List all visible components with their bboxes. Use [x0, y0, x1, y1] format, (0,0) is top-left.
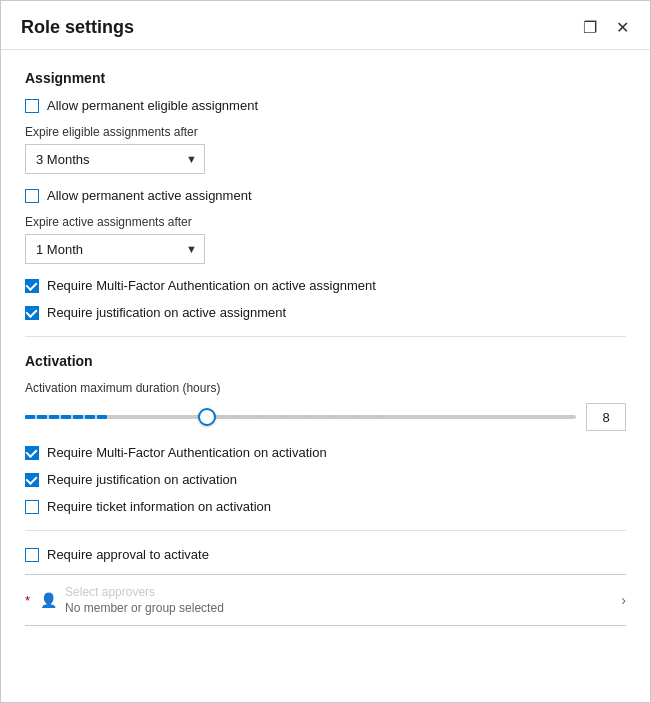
seg1 — [25, 415, 35, 419]
expire-active-label: Expire active assignments after — [25, 215, 626, 229]
expire-eligible-group: Expire eligible assignments after 3 Mont… — [25, 125, 626, 174]
permanent-eligible-checkbox[interactable] — [25, 99, 39, 113]
mfa-activation-label[interactable]: Require Multi-Factor Authentication on a… — [47, 445, 327, 460]
slider-row: 8 — [25, 403, 626, 431]
ticket-activation-label[interactable]: Require ticket information on activation — [47, 499, 271, 514]
approvers-row[interactable]: * 👤 Select approvers No member or group … — [25, 585, 626, 615]
dialog-content: Assignment Allow permanent eligible assi… — [1, 50, 650, 702]
ticket-activation-checkbox[interactable] — [25, 500, 39, 514]
title-bar: Role settings ❐ ✕ — [1, 1, 650, 50]
eseg13 — [351, 415, 361, 419]
permanent-active-checkbox[interactable] — [25, 189, 39, 203]
restore-button[interactable]: ❐ — [578, 15, 602, 39]
justification-activation-checkbox[interactable] — [25, 473, 39, 487]
expire-eligible-select[interactable]: 3 Months 1 Month 6 Months 1 Year Custom — [25, 144, 205, 174]
mfa-active-row: Require Multi-Factor Authentication on a… — [25, 278, 626, 293]
approvers-left: * 👤 Select approvers No member or group … — [25, 585, 224, 615]
seg2 — [37, 415, 47, 419]
expire-active-select-wrapper: 1 Month 3 Months 6 Months 1 Year Custom … — [25, 234, 205, 264]
permanent-active-row: Allow permanent active assignment — [25, 188, 626, 203]
eseg10 — [315, 415, 325, 419]
slider-track-wrapper[interactable] — [25, 407, 576, 427]
eseg7 — [279, 415, 289, 419]
slider-track — [25, 415, 576, 419]
eseg15 — [375, 415, 385, 419]
justification-activation-label[interactable]: Require justification on activation — [47, 472, 237, 487]
seg3 — [49, 415, 59, 419]
permanent-eligible-row: Allow permanent eligible assignment — [25, 98, 626, 113]
mfa-active-checkbox[interactable] — [25, 279, 39, 293]
permanent-active-label[interactable]: Allow permanent active assignment — [47, 188, 252, 203]
slider-value-box: 8 — [586, 403, 626, 431]
seg4 — [61, 415, 71, 419]
eseg2 — [219, 415, 229, 419]
eseg11 — [327, 415, 337, 419]
permanent-eligible-label[interactable]: Allow permanent eligible assignment — [47, 98, 258, 113]
require-approval-label[interactable]: Require approval to activate — [47, 547, 209, 562]
eseg14 — [363, 415, 373, 419]
eseg12 — [339, 415, 349, 419]
duration-label: Activation maximum duration (hours) — [25, 381, 626, 395]
required-star: * — [25, 593, 30, 608]
eseg3 — [231, 415, 241, 419]
seg6 — [85, 415, 95, 419]
assignment-section: Assignment Allow permanent eligible assi… — [25, 70, 626, 320]
expire-eligible-label: Expire eligible assignments after — [25, 125, 626, 139]
mid-divider — [25, 530, 626, 531]
seg5 — [73, 415, 83, 419]
approvers-section: * 👤 Select approvers No member or group … — [25, 574, 626, 626]
activation-section: Activation Activation maximum duration (… — [25, 353, 626, 626]
mfa-activation-checkbox[interactable] — [25, 446, 39, 460]
mfa-activation-row: Require Multi-Factor Authentication on a… — [25, 445, 626, 460]
justification-activation-row: Require justification on activation — [25, 472, 626, 487]
eseg8 — [291, 415, 301, 419]
eseg4 — [243, 415, 253, 419]
dialog-title: Role settings — [21, 17, 134, 38]
eseg6 — [267, 415, 277, 419]
require-approval-row: Require approval to activate — [25, 547, 626, 562]
close-button[interactable]: ✕ — [610, 15, 634, 39]
eseg9 — [303, 415, 313, 419]
assignment-header: Assignment — [25, 70, 626, 86]
approvers-chevron-right-icon: › — [621, 592, 626, 608]
section-divider — [25, 336, 626, 337]
slider-empty-segments — [207, 415, 576, 419]
ticket-activation-row: Require ticket information on activation — [25, 499, 626, 514]
expire-eligible-select-wrapper: 3 Months 1 Month 6 Months 1 Year Custom … — [25, 144, 205, 174]
approvers-text-block: Select approvers No member or group sele… — [65, 585, 224, 615]
require-approval-checkbox[interactable] — [25, 548, 39, 562]
mfa-active-label[interactable]: Require Multi-Factor Authentication on a… — [47, 278, 376, 293]
slider-filled-segments — [25, 415, 207, 419]
expire-active-group: Expire active assignments after 1 Month … — [25, 215, 626, 264]
justification-active-row: Require justification on active assignme… — [25, 305, 626, 320]
title-bar-controls: ❐ ✕ — [578, 15, 634, 39]
slider-value: 8 — [602, 410, 609, 425]
seg7 — [97, 415, 107, 419]
slider-thumb-icon[interactable] — [198, 408, 216, 426]
approvers-sub-label: No member or group selected — [65, 601, 224, 615]
activation-header: Activation — [25, 353, 626, 369]
eseg5 — [255, 415, 265, 419]
justification-active-checkbox[interactable] — [25, 306, 39, 320]
expire-active-select[interactable]: 1 Month 3 Months 6 Months 1 Year Custom — [25, 234, 205, 264]
people-icon: 👤 — [40, 592, 57, 608]
select-approvers-label: Select approvers — [65, 585, 224, 599]
duration-slider-section: Activation maximum duration (hours) — [25, 381, 626, 431]
justification-active-label[interactable]: Require justification on active assignme… — [47, 305, 286, 320]
role-settings-dialog: Role settings ❐ ✕ Assignment Allow perma… — [0, 0, 651, 703]
